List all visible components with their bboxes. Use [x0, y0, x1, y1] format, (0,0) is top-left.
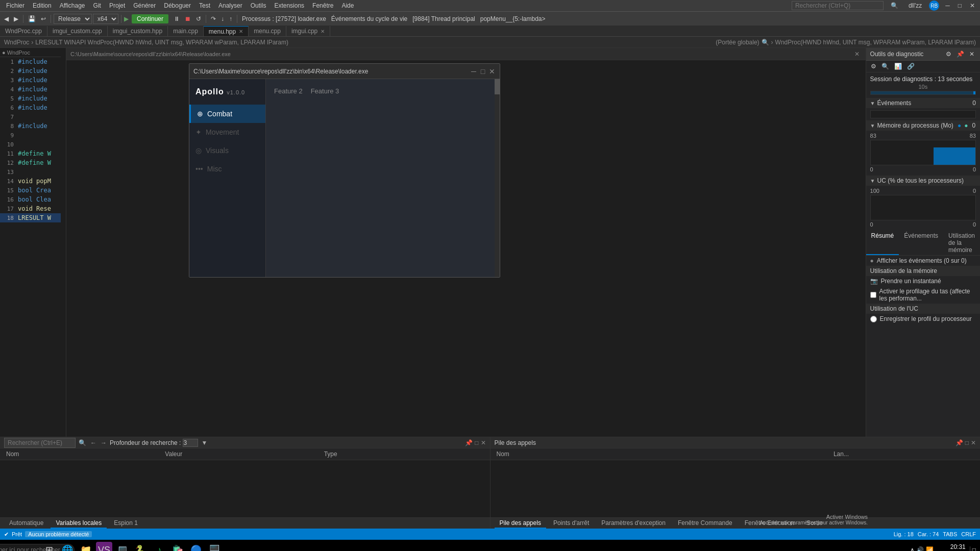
tab-imgui-custom-hpp[interactable]: imgui_custom.hpp	[108, 26, 168, 36]
diag-tb-btn-3[interactable]: 📊	[893, 62, 903, 70]
menu-git[interactable]: Git	[90, 1, 104, 10]
window-minimize-btn[interactable]: ─	[943, 2, 952, 9]
tab-imgui-custom-cpp[interactable]: imgui_custom.cpp	[47, 26, 108, 36]
diag-settings-btn[interactable]: ⚙	[944, 50, 953, 58]
menu-fichier[interactable]: Fichier	[3, 1, 28, 10]
memory-section-header[interactable]: ▼ Mémoire du processus (Mo) ● ● 0	[866, 120, 980, 131]
record-radio[interactable]	[870, 316, 877, 322]
depth-down-btn[interactable]: ▼	[200, 439, 208, 446]
uc-section-header[interactable]: ▼ UC (% de tous les processeurs)	[866, 176, 980, 186]
tab-close-imgui-cpp[interactable]: ✕	[321, 29, 325, 34]
feature-3-tab[interactable]: Feature 3	[311, 87, 339, 95]
diag-pin-btn[interactable]: 📌	[955, 50, 966, 58]
taskbar-vscode-btn[interactable]: 💻	[114, 542, 131, 551]
taskbar-search-btn[interactable]	[22, 542, 39, 551]
locals-pin-btn[interactable]: 📌	[465, 439, 473, 446]
diag-tab-resume[interactable]: Résumé	[866, 231, 899, 255]
menu-test[interactable]: Test	[196, 1, 213, 10]
diag-tb-btn-1[interactable]: ⚙	[869, 62, 878, 70]
build-config-dropdown[interactable]: Release	[54, 14, 92, 24]
step-into-btn[interactable]: ↓	[219, 14, 226, 23]
taskbar-clock[interactable]: 20:31 27/05/2021	[938, 543, 966, 551]
show-events-label[interactable]: Afficher les événements (0 sur 0)	[877, 257, 967, 264]
overlay-scrollbar-thumb[interactable]	[495, 79, 500, 94]
diag-tb-btn-4[interactable]: 🔗	[905, 62, 916, 70]
btab-variables-locales[interactable]: Variables locales	[51, 518, 107, 529]
continue-btn[interactable]: Continuer	[132, 14, 168, 23]
step-out-btn[interactable]: ↑	[227, 14, 234, 23]
menu-projet[interactable]: Projet	[106, 1, 128, 10]
menu-item-visuals[interactable]: ◎ Visuals	[189, 141, 265, 160]
btab-exceptions[interactable]: Paramètres d'exception	[596, 518, 671, 529]
code-scrollbar[interactable]	[61, 48, 66, 437]
taskbar-spotify-btn[interactable]: ♪	[151, 542, 167, 551]
taskbar-monitor-btn[interactable]: 🖥️	[206, 542, 223, 551]
menu-generer[interactable]: Générer	[130, 1, 159, 10]
forward-btn[interactable]: ▶	[12, 14, 20, 23]
tab-close-menu-hpp[interactable]: ✕	[239, 29, 243, 34]
taskbar-store-btn[interactable]: 🛍️	[169, 542, 186, 551]
wndproc-class-label[interactable]: WndProc	[4, 39, 29, 46]
tab-imgui-cpp[interactable]: imgui.cpp ✕	[286, 26, 330, 36]
tab-main-cpp[interactable]: main.cpp	[168, 26, 204, 36]
global-search-input[interactable]	[792, 1, 884, 10]
pause-btn[interactable]: ⏸	[172, 14, 182, 23]
taskbar-python-btn[interactable]: 🐍	[133, 542, 149, 551]
save-btn[interactable]: 💾	[26, 14, 38, 23]
diag-tab-memory[interactable]: Utilisation de la mémoire	[943, 231, 980, 255]
tab-menu-hpp[interactable]: menu.hpp ✕	[204, 26, 249, 36]
btab-points-arret[interactable]: Points d'arrêt	[548, 518, 594, 529]
back-btn[interactable]: ◀	[2, 14, 11, 23]
taskbar-explorer-btn[interactable]: 📁	[78, 542, 94, 551]
function-signature[interactable]: LRESULT WINAPI WndProc(HWND hWnd, UINT m…	[35, 39, 288, 46]
diag-tb-btn-2[interactable]: 🔍	[880, 62, 891, 70]
menu-deboguer[interactable]: Déboguer	[161, 1, 194, 10]
events-section-header[interactable]: ▼ Événements 0	[866, 98, 980, 108]
locals-fwd-btn[interactable]: →	[100, 439, 108, 446]
feature-2-tab[interactable]: Feature 2	[274, 87, 303, 95]
tab-wndproc[interactable]: WndProc.cpp	[0, 26, 47, 36]
locals-maximize-btn[interactable]: □	[475, 439, 478, 446]
taskbar-edge-btn[interactable]: 🌐	[59, 542, 76, 551]
taskbar-chrome-btn[interactable]: 🔵	[188, 542, 204, 551]
locals-close-btn[interactable]: ✕	[481, 439, 486, 446]
taskbar-vs-btn[interactable]: VS	[96, 542, 112, 551]
menu-outils[interactable]: Outils	[248, 1, 270, 10]
btab-pile-appels[interactable]: Pile des appels	[495, 518, 546, 529]
callstack-pin-btn[interactable]: 📌	[955, 439, 963, 446]
menu-item-movement[interactable]: ✦ Movement	[189, 123, 265, 141]
close-file-btn[interactable]: ✕	[852, 51, 862, 58]
menu-analyser[interactable]: Analyser	[215, 1, 246, 10]
menu-item-combat[interactable]: ⊕ Combat	[189, 105, 265, 123]
diag-uc-usage-header[interactable]: Utilisation de l'UC	[866, 304, 980, 314]
overlay-close-btn[interactable]: ✕	[488, 68, 496, 75]
function-signature2[interactable]: WndProc(HWND hWnd, UINT msg, WPARAM wPar…	[775, 39, 976, 46]
show-desktop-btn[interactable]: □	[970, 546, 976, 551]
callstack-close-btn[interactable]: ✕	[971, 439, 976, 446]
diag-close-btn[interactable]: ✕	[968, 50, 976, 58]
menu-affichage[interactable]: Affichage	[57, 1, 88, 10]
menu-edition[interactable]: Edition	[30, 1, 55, 10]
menu-extensions[interactable]: Extensions	[271, 1, 307, 10]
window-maximize-btn[interactable]: □	[956, 2, 964, 9]
overlay-scrollbar[interactable]	[495, 79, 500, 277]
heap-checkbox[interactable]	[870, 292, 876, 298]
diag-tab-events[interactable]: Événements	[899, 231, 943, 255]
callstack-maximize-btn[interactable]: □	[965, 439, 969, 446]
snapshot-label[interactable]: Prendre un instantané	[881, 278, 941, 285]
window-close-btn[interactable]: ✕	[968, 2, 977, 9]
btab-fenetre-commande[interactable]: Fenêtre Commande	[673, 518, 738, 529]
menu-item-misc[interactable]: ••• Misc	[189, 160, 265, 178]
locals-back-btn[interactable]: ←	[89, 439, 97, 446]
undo-btn[interactable]: ↩	[39, 14, 48, 23]
search-depth-input[interactable]	[183, 439, 198, 447]
restart-btn[interactable]: ↺	[194, 14, 203, 23]
btab-automatique[interactable]: Automatique	[4, 518, 48, 529]
overlay-app-window[interactable]: C:\Users\Maxime\source\repos\dll'zz\bin\…	[189, 63, 500, 278]
step-over-btn[interactable]: ↷	[209, 14, 218, 23]
taskbar-task-view-btn[interactable]: ⊞	[41, 542, 57, 551]
stop-btn[interactable]: ⏹	[183, 14, 193, 23]
btab-espion[interactable]: Espion 1	[109, 518, 143, 529]
tab-menu-cpp[interactable]: menu.cpp	[249, 26, 286, 36]
menu-aide[interactable]: Aide	[338, 1, 357, 10]
